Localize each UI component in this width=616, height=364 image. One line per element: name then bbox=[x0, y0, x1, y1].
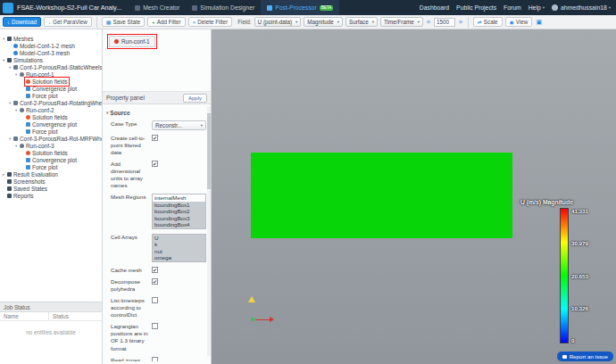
view-button[interactable]: ◉ View bbox=[505, 17, 533, 27]
component-value: Magnitude bbox=[307, 19, 333, 25]
checkbox-lagrangian-positions[interactable] bbox=[152, 323, 158, 329]
save-state-button[interactable]: ▦ Save State bbox=[102, 17, 145, 27]
panel-scrollbar[interactable] bbox=[207, 106, 211, 356]
twisty-icon: ▾ bbox=[106, 111, 108, 115]
tree-item-force-plot-3[interactable]: Force plot bbox=[0, 163, 102, 170]
pipeline-item-run-conf-1[interactable]: Run-conf-1 bbox=[109, 36, 155, 47]
nav-public-projects[interactable]: Public Projects bbox=[456, 4, 496, 11]
report-issue-button[interactable]: Report an issue bbox=[557, 352, 613, 361]
checkbox-cache-mesh[interactable]: ✔ bbox=[152, 267, 158, 273]
list-option[interactable]: internalMesh bbox=[153, 194, 205, 202]
tree-item-solution-fields-1[interactable]: Solution fields bbox=[0, 78, 102, 85]
nav-dashboard[interactable]: Dashboard bbox=[420, 4, 449, 11]
tree-item-screenshots[interactable]: Screenshots bbox=[0, 178, 102, 185]
tree-item-run-conf-1[interactable]: ▾Run-conf-1 bbox=[0, 70, 102, 78]
list-option[interactable]: U bbox=[153, 235, 205, 242]
tree-item-conf-3[interactable]: ▾Conf-3-PorousRad-Rot-MRFWheels bbox=[0, 135, 102, 142]
tree-item-simulations[interactable]: ▾Simulations bbox=[0, 56, 102, 63]
checkbox-decompose-polyhedra[interactable]: ✔ bbox=[152, 278, 158, 285]
delete-filter-button[interactable]: × Delete Filter bbox=[188, 17, 232, 27]
add-filter-button[interactable]: + Add Filter bbox=[147, 17, 185, 27]
checkbox-list-timesteps[interactable] bbox=[152, 297, 158, 303]
tab-simulation-designer[interactable]: Simulation Designer bbox=[186, 0, 261, 15]
axis-x-arrowhead bbox=[270, 317, 274, 322]
tree-item-model-conf-1-2-mesh[interactable]: Model-Conf-1-2 mesh bbox=[0, 42, 102, 49]
tab-post-processor[interactable]: Post-Processor BETA bbox=[261, 0, 339, 15]
tab-label: Simulation Designer bbox=[200, 4, 254, 11]
job-status-columns: Name Status bbox=[0, 312, 102, 321]
viewport-canvas[interactable]: U (m/s) Magnitude 41.331 30.979 20.653 1… bbox=[212, 29, 616, 364]
run-icon bbox=[20, 108, 24, 112]
tree-item-result-evaluation[interactable]: ▸Result Evaluation bbox=[0, 170, 102, 178]
tree-item-force-plot-2[interactable]: Force plot bbox=[0, 128, 102, 135]
download-button[interactable]: ↓ Download bbox=[3, 17, 41, 27]
user-name: ahmedhussain18 bbox=[561, 4, 607, 11]
add-icon: + bbox=[152, 20, 155, 25]
job-status-title: Job Status bbox=[0, 302, 102, 312]
tree-item-conf-1[interactable]: ▾Conf-1-PorousRad-StaticWheels bbox=[0, 63, 102, 70]
property-row: Read zones bbox=[111, 357, 206, 361]
tree-item-force-plot-1[interactable]: Force plot bbox=[0, 92, 102, 99]
frame-input[interactable] bbox=[434, 18, 455, 27]
list-option[interactable]: boundingBox3 bbox=[153, 215, 205, 222]
property-panel-title: Property panel bbox=[106, 95, 145, 101]
tree-item-run-conf-2[interactable]: ▾Run-conf-2 bbox=[0, 106, 102, 113]
cell-arrays-list[interactable]: U k nut omega bbox=[152, 234, 206, 262]
tree-item-run-conf-3[interactable]: ▾Run-conf-3 bbox=[0, 142, 102, 149]
property-rows: ▾ Source Case Type Reconstr...▾ Create c… bbox=[103, 104, 211, 361]
property-row: Decompose polyhedra ✔ bbox=[111, 278, 206, 293]
case-type-select[interactable]: Reconstr...▾ bbox=[152, 120, 206, 130]
plot-icon bbox=[26, 165, 30, 170]
get-paraview-button[interactable]: ↓ Get ParaView bbox=[44, 17, 92, 27]
section-source[interactable]: ▾ Source bbox=[106, 110, 206, 116]
get-paraview-label: Get ParaView bbox=[53, 19, 87, 25]
app-logo-icon[interactable] bbox=[3, 3, 13, 13]
last-frame-button[interactable]: » bbox=[458, 19, 463, 25]
download-icon: ↓ bbox=[7, 20, 10, 25]
tree-item-meshes[interactable]: ▾Meshes bbox=[0, 35, 102, 42]
list-option[interactable]: nut bbox=[153, 248, 205, 255]
list-option[interactable]: k bbox=[153, 241, 205, 248]
camera-button[interactable]: ▣ bbox=[535, 19, 543, 25]
field-select[interactable]: U (point-data) ▾ bbox=[254, 17, 302, 27]
nav-help[interactable]: Help ▾ bbox=[529, 4, 545, 11]
list-option[interactable]: omega bbox=[153, 254, 205, 261]
save-icon: ▦ bbox=[106, 20, 112, 25]
apply-button[interactable]: Apply bbox=[183, 94, 207, 103]
tree-item-solution-fields-2[interactable]: Solution fields bbox=[0, 113, 102, 120]
folder-icon bbox=[7, 58, 12, 62]
mesh-regions-list[interactable]: internalMesh boundingBox1 boundingBox2 b… bbox=[152, 194, 206, 229]
nav-forum[interactable]: Forum bbox=[504, 4, 521, 11]
result-slice bbox=[251, 153, 512, 238]
tree-item-conf-2[interactable]: ▾Conf-2-PorousRad-RotatingWheels bbox=[0, 99, 102, 106]
tree-item-convergence-plot-1[interactable]: Convergence plot bbox=[0, 85, 102, 92]
user-menu[interactable]: ahmedhussain18 ▾ bbox=[552, 4, 611, 11]
tree-item-saved-states[interactable]: Saved States bbox=[0, 185, 102, 192]
checkbox-create-cell-to-point[interactable]: ✔ bbox=[152, 135, 158, 141]
list-option[interactable]: boundingBox1 bbox=[153, 202, 205, 209]
scrollbar-thumb[interactable] bbox=[207, 113, 211, 189]
scale-label: Scale bbox=[484, 19, 498, 25]
plot-icon bbox=[26, 87, 30, 91]
tab-mesh-creator[interactable]: Mesh Creator bbox=[129, 0, 186, 15]
checkbox-read-zones[interactable] bbox=[152, 357, 158, 361]
plot-icon bbox=[26, 94, 30, 98]
tree-item-reports[interactable]: Reports bbox=[0, 192, 102, 199]
tree-item-convergence-plot-3[interactable]: Convergence plot bbox=[0, 156, 102, 163]
checkbox-add-dimensional-units[interactable]: ✔ bbox=[152, 161, 158, 167]
tree-item-convergence-plot-2[interactable]: Convergence plot bbox=[0, 120, 102, 128]
plot-icon bbox=[26, 158, 30, 162]
component-select[interactable]: Magnitude ▾ bbox=[304, 17, 343, 27]
list-option[interactable]: boundingBox4 bbox=[153, 221, 205, 228]
simulation-icon bbox=[13, 136, 18, 141]
scale-button[interactable]: ⇄ Scale bbox=[473, 17, 503, 27]
tree-item-model-conf-3-mesh[interactable]: Model-Conf-3 mesh bbox=[0, 49, 102, 56]
color-legend: U (m/s) Magnitude 41.331 30.979 20.653 1… bbox=[520, 199, 588, 343]
project-tree: ▾Meshes Model-Conf-1-2 mesh Model-Conf-3… bbox=[0, 29, 103, 302]
property-row: List timesteps according to controlDict bbox=[111, 297, 206, 318]
time-frame-select[interactable]: Time/Frame ▾ bbox=[380, 17, 423, 27]
tree-item-solution-fields-3[interactable]: Solution fields bbox=[0, 149, 102, 156]
representation-select[interactable]: Surface ▾ bbox=[345, 17, 378, 27]
first-frame-button[interactable]: « bbox=[426, 19, 431, 25]
list-option[interactable]: boundingBox2 bbox=[153, 208, 205, 215]
